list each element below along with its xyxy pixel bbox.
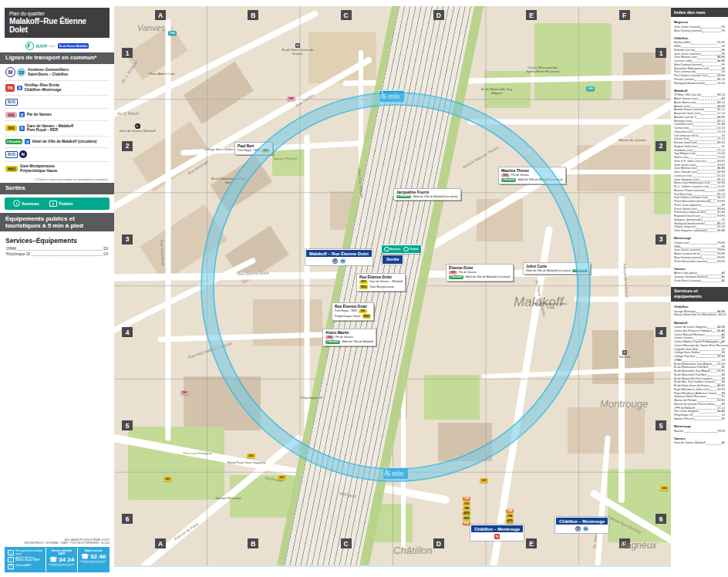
dotted-leader bbox=[702, 96, 716, 97]
services-index-list: ChâtillonGarage MunicipalA6-B6Maison Mat… bbox=[671, 305, 728, 445]
neighborhood-map: AABBCCDDEEFF112233445566VanvesMalakoffMo… bbox=[114, 6, 671, 567]
plan-kicker: Plan du quartier bbox=[9, 11, 105, 16]
contact-row: ▭Renseignements mobilités ratp.fr bbox=[8, 550, 43, 555]
pill-icon: 391 bbox=[5, 125, 17, 131]
dotted-leader bbox=[711, 372, 716, 373]
idfm-logo: Île-de-France Mobilités bbox=[58, 43, 89, 49]
dotted-leader bbox=[698, 170, 716, 170]
line-badges: 391 bbox=[5, 125, 17, 131]
transit-line-row: N63Gare MontparnassePolytechnique Vauve bbox=[5, 162, 109, 177]
entry-name: Maison Maternelle Les Marronniers bbox=[674, 313, 717, 317]
sorties-section-header: Sorties bbox=[0, 183, 114, 194]
line-badges: N63 bbox=[5, 166, 18, 172]
dotted-leader bbox=[689, 129, 716, 130]
index-des-rues-header: Index des rues bbox=[671, 8, 728, 17]
dotted-leader bbox=[698, 59, 716, 59]
dotted-leader bbox=[693, 122, 716, 123]
dotted-leader bbox=[699, 350, 720, 351]
dotted-leader bbox=[684, 432, 717, 433]
dotted-leader bbox=[701, 28, 721, 29]
index-entry: Victor Basch (avenue)A1 bbox=[674, 279, 725, 283]
dotted-leader bbox=[706, 191, 716, 192]
dotted-leader bbox=[717, 394, 721, 395]
objets-trouves-number: ☎ 32 46 bbox=[80, 553, 106, 561]
dotted-leader bbox=[693, 151, 716, 152]
dotted-leader bbox=[696, 155, 716, 156]
dotted-leader bbox=[699, 413, 716, 413]
index-section-title: Vanves bbox=[674, 437, 725, 440]
left-panel: Plan du quartier Malakoff–Rue Étienne Do… bbox=[0, 0, 114, 577]
dotted-leader bbox=[706, 84, 716, 85]
line-destinations: Asnières–GennevilliersSaint-Denis – Chât… bbox=[28, 68, 69, 77]
tickets-item: tTickets bbox=[48, 201, 73, 207]
entry-name: Stalingrad (boulevard de) bbox=[674, 82, 705, 86]
contact-text: Appli Île-de-France Mobilités Bonjour RA… bbox=[15, 557, 43, 562]
transit-line-row: 191♿Pte de Vanves bbox=[5, 109, 109, 121]
line-destinations: Viroflay–Rive DroiteChâtillon–Montrouge bbox=[25, 83, 62, 93]
street-index-panel: Index des rues BagneuxJean Jaurès (avenu… bbox=[671, 0, 728, 577]
entry-grid-ref: B6-D6 bbox=[719, 313, 726, 317]
page-title: Malakoff–Rue Étienne Dolet bbox=[9, 17, 105, 34]
ratp-logo-icon bbox=[25, 42, 34, 50]
entry-grid-ref: B5-B6 bbox=[717, 229, 725, 233]
index-entry: Gare de Vanves–MalakoffA1 bbox=[674, 441, 725, 445]
entry-grid-ref: B2 bbox=[722, 417, 725, 421]
entry-name: Square Pélissier bbox=[674, 417, 694, 421]
index-entry: Marx Dormoy (avenue)F6 bbox=[674, 29, 725, 33]
line-badges: M13 bbox=[5, 67, 25, 77]
line-badges: BUSN bbox=[5, 150, 27, 158]
dotted-leader bbox=[697, 118, 717, 119]
service-client-number: ☎ 34 24 bbox=[49, 556, 75, 564]
screen-icon: ▭ bbox=[8, 550, 14, 555]
entry-name: Pierre Brossolette (avenue) bbox=[674, 260, 707, 264]
entry-name: Victor Basch (avenue) bbox=[674, 279, 701, 283]
t6-icon: T6 bbox=[5, 84, 15, 92]
line-badges: 191 bbox=[5, 112, 17, 118]
dotted-leader bbox=[705, 111, 716, 112]
contact-online-cell: ▭Renseignements mobilités ratp.fr▯Appli … bbox=[5, 548, 46, 572]
entry-name: CPAM bbox=[6, 246, 16, 251]
line-destinations: Pte de Vanves bbox=[27, 113, 52, 117]
entry-name: Gare de Vanves–Malakoff bbox=[674, 441, 706, 445]
line-destinations: Gare de Vanves – MalakoffPont Royal – RE… bbox=[27, 124, 74, 133]
logo-avec-text: avec bbox=[49, 45, 56, 48]
index-section-title: Châtillon bbox=[674, 36, 725, 40]
dotted-leader bbox=[701, 251, 716, 252]
service-client-title: Service clientèle RATP bbox=[49, 549, 75, 555]
index-entry: MarchéF4-F5 bbox=[674, 430, 725, 434]
index-section-title: Châtillon bbox=[674, 305, 725, 309]
dotted-leader bbox=[708, 262, 716, 263]
dotted-leader bbox=[706, 214, 716, 214]
metro-icon: M bbox=[5, 67, 15, 77]
ticket-icon: t bbox=[49, 201, 57, 207]
index-section-title: Bagneux bbox=[674, 20, 725, 24]
dotted-leader bbox=[713, 332, 716, 332]
wheelchair-icon: ♿ bbox=[25, 139, 30, 144]
services-item: iServices bbox=[12, 200, 39, 207]
dotted-leader bbox=[697, 103, 716, 104]
index-entry: Maison Maternelle Les MarronniersB6-D6 bbox=[674, 313, 725, 317]
dotted-leader bbox=[708, 231, 716, 232]
street-index-list: BagneuxJean Jaurès (avenue)F6Marx Dormoy… bbox=[671, 20, 728, 282]
contact-text: Renseignements mobilités ratp.fr bbox=[15, 550, 43, 555]
pill-icon: N63 bbox=[5, 166, 18, 172]
phone-app-icon: ▯ bbox=[8, 557, 14, 562]
bus-icon: BUS bbox=[5, 99, 18, 106]
index-section-title: Malakoff bbox=[674, 321, 725, 325]
dotted-leader bbox=[702, 282, 721, 282]
dotted-leader bbox=[17, 250, 103, 251]
index-entry: CPAMD3 bbox=[6, 246, 108, 251]
entry-name: Marx Dormoy (avenue) bbox=[674, 29, 702, 33]
twitter-icon: @ bbox=[8, 564, 14, 569]
entry-grid-ref: D3 bbox=[103, 246, 108, 251]
info-icon: i bbox=[13, 200, 20, 207]
services-equipements-header: Services et équipements bbox=[671, 287, 728, 302]
entry-grid-ref: A1 bbox=[722, 279, 725, 283]
index-section-title: Montrouge bbox=[674, 236, 725, 240]
line-destinations: Gare MontparnassePolytechnique Vauve bbox=[20, 164, 57, 174]
dotted-leader bbox=[709, 187, 716, 188]
dotted-leader bbox=[709, 76, 716, 77]
lines-section-header: Lignes de transport en commun* bbox=[0, 52, 114, 64]
line-badges: T6 bbox=[5, 84, 15, 92]
entry-grid-ref: E5-F5 bbox=[717, 260, 725, 264]
